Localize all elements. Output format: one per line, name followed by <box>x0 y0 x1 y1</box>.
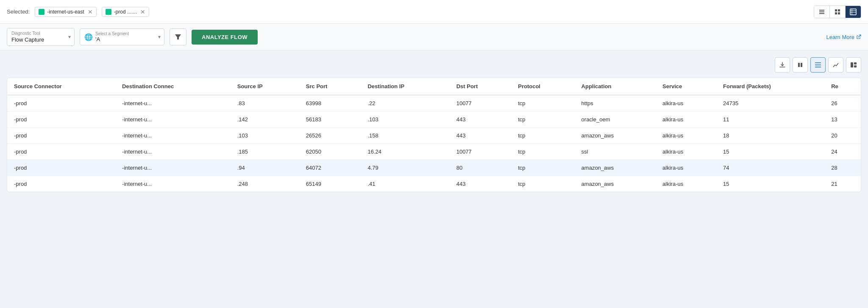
table-cell: 4.79 <box>361 160 449 176</box>
table-cell: alkira-us <box>656 160 716 176</box>
col-source-ip: Source IP <box>231 78 299 95</box>
details-button[interactable] <box>846 57 861 73</box>
table-cell: -internet-u... <box>115 128 231 144</box>
table-cell: 74 <box>716 160 824 176</box>
table-row[interactable]: -prod-internet-u....14256183.103443tcpor… <box>7 112 861 128</box>
segment-label: Select a Segment <box>95 31 129 36</box>
table-cell: 62050 <box>299 144 361 160</box>
table-cell: .142 <box>231 112 299 128</box>
svg-rect-13 <box>801 63 802 67</box>
table-cell: tcp <box>511 160 574 176</box>
tag-text-1: -internet-us-east <box>47 9 84 15</box>
tag-close-2[interactable]: ✕ <box>140 9 145 15</box>
top-bar: Selected: -internet-us-east ✕ -prod ....… <box>0 0 868 24</box>
diagnostic-tool-value: Flow Capture <box>11 36 44 43</box>
table-actions <box>7 57 861 73</box>
list-view-action-button[interactable] <box>810 57 826 73</box>
download-button[interactable] <box>775 57 790 73</box>
svg-rect-3 <box>835 9 837 11</box>
table-cell: -internet-u... <box>115 95 231 112</box>
table-cell: 443 <box>450 176 512 192</box>
table-cell: tcp <box>511 112 574 128</box>
table-cell: alkira-us <box>656 95 716 112</box>
table-cell: alkira-us <box>656 144 716 160</box>
segment-chevron-icon: ▾ <box>158 34 161 40</box>
table-cell: .103 <box>361 112 449 128</box>
svg-rect-16 <box>815 67 821 67</box>
svg-rect-19 <box>854 65 857 67</box>
learn-more-text: Learn More <box>826 34 854 40</box>
segment-select[interactable]: 🌐 Select a Segment 'A ▾ <box>80 28 164 45</box>
table-cell: -prod <box>7 144 115 160</box>
segment-text-group: Select a Segment 'A <box>95 31 129 42</box>
table-cell: 11 <box>716 112 824 128</box>
table-cell: 10077 <box>450 144 512 160</box>
col-source-connector: Source Connector <box>7 78 115 95</box>
tag-text-2: -prod ....... <box>114 9 137 15</box>
table-cell: -prod <box>7 95 115 112</box>
table-cell: .83 <box>231 95 299 112</box>
table-cell: -prod <box>7 112 115 128</box>
col-protocol: Protocol <box>511 78 574 95</box>
table-cell: -internet-u... <box>115 176 231 192</box>
svg-rect-6 <box>838 12 840 14</box>
tag-icon-2 <box>106 9 111 15</box>
data-table: Source Connector Destination Connec Sour… <box>7 78 861 192</box>
table-cell: 18 <box>716 128 824 144</box>
table-cell: 80 <box>450 160 512 176</box>
table-cell: -internet-u... <box>115 160 231 176</box>
table-cell: tcp <box>511 144 574 160</box>
col-src-port: Src Port <box>299 78 361 95</box>
table-row[interactable]: -prod-internet-u....8363998.2210077tcpht… <box>7 95 861 112</box>
svg-rect-17 <box>851 62 853 67</box>
table-cell: amazon_aws <box>575 176 656 192</box>
tag-internet[interactable]: -internet-us-east ✕ <box>35 7 96 17</box>
filter-button[interactable] <box>170 28 186 45</box>
table-cell: https <box>575 95 656 112</box>
table-cell: 443 <box>450 128 512 144</box>
table-cell: .248 <box>231 176 299 192</box>
grid-view-btn[interactable] <box>830 6 846 18</box>
chart-button[interactable] <box>828 57 843 73</box>
table-cell: oracle_oem <box>575 112 656 128</box>
table-cell: tcp <box>511 176 574 192</box>
table-cell: 24 <box>824 144 861 160</box>
table-row[interactable]: -prod-internet-u....1856205016.2410077tc… <box>7 144 861 160</box>
list-view-btn[interactable] <box>814 6 830 18</box>
svg-rect-0 <box>819 10 824 11</box>
table-cell: 63998 <box>299 95 361 112</box>
diagnostic-tool-select[interactable]: Diagnostic Tool Flow Capture ▾ <box>7 28 75 46</box>
table-cell: -prod <box>7 176 115 192</box>
table-cell: amazon_aws <box>575 160 656 176</box>
table-view-btn[interactable] <box>846 6 861 18</box>
table-row[interactable]: -prod-internet-u....24865149.41443tcpama… <box>7 176 861 192</box>
table-cell: -internet-u... <box>115 112 231 128</box>
pause-button[interactable] <box>793 57 808 73</box>
svg-rect-1 <box>819 11 824 12</box>
svg-marker-11 <box>175 34 181 39</box>
table-cell: 10077 <box>450 95 512 112</box>
col-dst-port: Dst Port <box>450 78 512 95</box>
learn-more-link[interactable]: Learn More <box>826 34 861 40</box>
analyze-flow-button[interactable]: ANALYZE FLOW <box>192 30 258 45</box>
toolbar: Diagnostic Tool Flow Capture ▾ 🌐 Select … <box>0 24 868 50</box>
table-cell: 24735 <box>716 95 824 112</box>
chevron-down-icon: ▾ <box>68 34 71 40</box>
table-cell: 64072 <box>299 160 361 176</box>
col-forward-packets: Forward (Packets) <box>716 78 824 95</box>
svg-rect-12 <box>798 63 800 67</box>
col-dest-connector: Destination Connec <box>115 78 231 95</box>
tag-close-1[interactable]: ✕ <box>88 9 93 15</box>
tag-icon-1 <box>39 9 45 15</box>
table-cell: 13 <box>824 112 861 128</box>
table-cell: 56183 <box>299 112 361 128</box>
svg-rect-5 <box>835 12 837 14</box>
table-cell: .41 <box>361 176 449 192</box>
table-cell: 26526 <box>299 128 361 144</box>
tag-prod[interactable]: -prod ....... ✕ <box>102 7 150 17</box>
table-cell: .103 <box>231 128 299 144</box>
table-row[interactable]: -prod-internet-u....10326526.158443tcpam… <box>7 128 861 144</box>
table-cell: 15 <box>716 144 824 160</box>
table-row[interactable]: -prod-internet-u....94640724.7980tcpamaz… <box>7 160 861 176</box>
table-cell: .94 <box>231 160 299 176</box>
